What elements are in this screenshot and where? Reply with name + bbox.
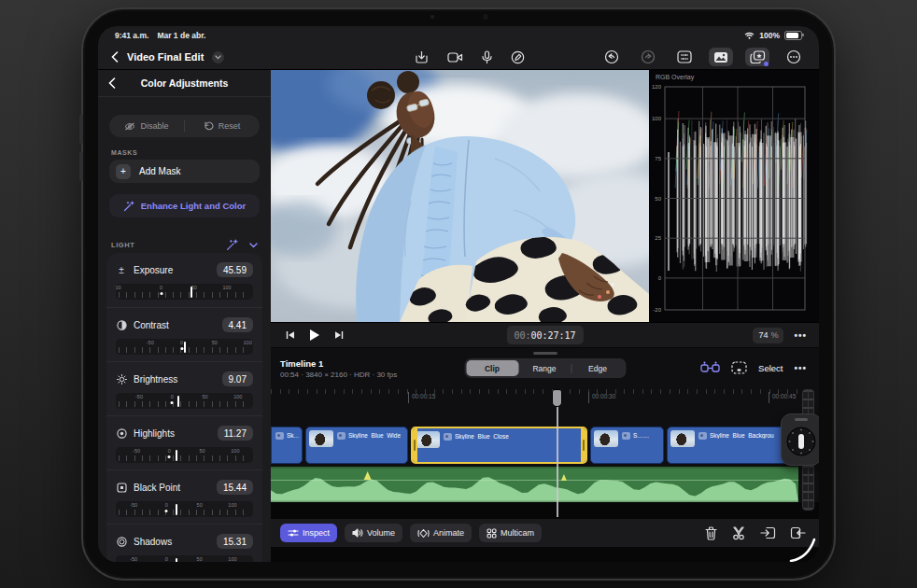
tick-label: 50: [212, 340, 218, 345]
clip-label: Skyline_Blue_Wide: [348, 432, 401, 439]
volume-button[interactable]: Volume: [345, 524, 402, 542]
add-mask-button[interactable]: + Add Mask: [109, 160, 260, 183]
slider-ruler[interactable]: -50050100: [116, 339, 253, 355]
panel-back-chevron-icon[interactable]: [108, 77, 116, 89]
more-icon[interactable]: [782, 48, 806, 66]
slider-ruler[interactable]: -50050100: [116, 555, 253, 562]
select-label[interactable]: Select: [758, 363, 783, 373]
slider-highlights[interactable]: Highlights 11.27 -50050100: [106, 415, 262, 469]
clip-media-icon: [622, 432, 630, 440]
contrast-icon: [116, 320, 127, 330]
slider-contrast[interactable]: Contrast 4.41 -50050100: [106, 307, 262, 361]
disable-button[interactable]: Disable: [109, 121, 184, 131]
slider-value[interactable]: 9.07: [222, 371, 253, 386]
camera-icon[interactable]: [447, 51, 463, 63]
ruler-timecode-label: 00:00:45: [769, 392, 796, 403]
skip-back-icon[interactable]: [286, 330, 295, 340]
timeline-area: Timeline 1 00:54 · 3840 × 2160 · HDR · 3…: [271, 348, 819, 562]
mode-tab-edge[interactable]: Edge: [571, 360, 624, 376]
slider-ruler[interactable]: -50050100: [116, 393, 253, 409]
timeline-more-icon[interactable]: •••: [794, 363, 807, 373]
skip-forward-icon[interactable]: [334, 330, 344, 340]
slider-value[interactable]: 11.27: [218, 426, 253, 441]
slider-brightness[interactable]: Brightness 9.07 -50050100: [106, 361, 262, 415]
enhance-light-color-button[interactable]: Enhance Light and Color: [109, 194, 260, 217]
scope-axis-label: 50: [655, 196, 661, 202]
back-chevron-icon[interactable]: [111, 51, 119, 63]
slider-exposure[interactable]: ± Exposure 45.59 -50050100: [106, 253, 262, 307]
tick-label: -50: [133, 448, 140, 454]
light-collapse-chevron-icon[interactable]: [249, 243, 258, 248]
tick-label: 0: [160, 285, 162, 290]
clip-thumbnail: [309, 430, 333, 447]
mode-tab-clip[interactable]: Clip: [466, 360, 518, 376]
clip-label: Sk……: [287, 432, 299, 439]
ruler-origin-dot: [160, 292, 162, 295]
viewer-zoom-control[interactable]: 74 %: [753, 328, 783, 343]
delete-icon[interactable]: [705, 526, 717, 540]
tick-label: -50: [116, 285, 120, 290]
magic-wand-icon: [123, 201, 134, 212]
import-icon[interactable]: [415, 50, 429, 64]
preview-frame-image: [271, 70, 649, 322]
animate-button[interactable]: Animate: [410, 524, 472, 542]
timeline-audio-track[interactable]: [271, 467, 798, 502]
timeline-ruler[interactable]: 00:00:1500:00:3000:00:45: [271, 389, 798, 408]
inspector-icon[interactable]: [672, 48, 697, 66]
jog-dial-icon[interactable]: [785, 426, 817, 457]
slider-name: Shadows: [134, 537, 172, 547]
slider-value[interactable]: 15.44: [217, 480, 253, 495]
playhead-handle[interactable]: [552, 389, 562, 407]
undo-icon[interactable]: [600, 48, 624, 66]
slider-shadows[interactable]: Shadows 15.31 -50050100: [106, 524, 262, 562]
blade-cut-icon[interactable]: [731, 526, 746, 540]
slider-ruler[interactable]: -50050100: [116, 447, 253, 463]
jog-wheel-panel[interactable]: [781, 413, 819, 466]
transport-bar: 00:00:27:17 74 % •••: [271, 322, 819, 348]
play-button-icon[interactable]: [309, 329, 320, 342]
select-mode-icon[interactable]: [731, 361, 747, 374]
ruler-value-line: [176, 504, 177, 515]
viewer-more-icon[interactable]: •••: [794, 330, 807, 341]
clip-thumbnail: [670, 430, 695, 447]
trim-handle-left[interactable]: [412, 428, 417, 462]
effects-icon[interactable]: [745, 48, 769, 66]
slider-value[interactable]: 15.31: [217, 534, 253, 549]
timeline-clip[interactable]: Skyline_Blue_Backgrou: [667, 427, 798, 464]
mic-icon[interactable]: [482, 50, 492, 64]
light-wand-icon[interactable]: [226, 239, 238, 251]
project-title[interactable]: Video Final Edit: [127, 51, 204, 63]
ruler-origin-dot: [168, 455, 171, 458]
timeline-clip[interactable]: S……: [590, 427, 664, 464]
timeline-clip-selected[interactable]: Skyline_Blue_Close: [411, 427, 587, 464]
timeline-drag-handle[interactable]: [533, 352, 557, 355]
tick-label: 50: [202, 394, 207, 399]
media-browser-icon[interactable]: [709, 48, 733, 66]
ruler-ticks: [119, 510, 250, 515]
slider-value[interactable]: 4.41: [222, 317, 253, 332]
magnetic-timeline-icon[interactable]: [700, 361, 720, 374]
timecode-display[interactable]: 00:00:27:17: [506, 326, 583, 344]
video-preview[interactable]: [271, 70, 649, 322]
trim-handle-right[interactable]: [581, 428, 586, 462]
project-menu-chevron-icon[interactable]: [212, 51, 224, 63]
clip-label: Skyline_Blue_Backgrou: [710, 432, 774, 439]
slider-ruler[interactable]: -50050100: [116, 284, 253, 300]
app-screen: 9:41 a.m. Mar 1 de abr. 100% Video Final…: [98, 26, 819, 562]
timeline-clip[interactable]: Sk……: [271, 427, 303, 464]
reset-button[interactable]: Reset: [185, 121, 260, 131]
mode-tab-range[interactable]: Range: [518, 360, 571, 376]
multicam-button[interactable]: Multicam: [479, 524, 542, 542]
tick-label: 0: [180, 340, 183, 345]
inspect-button[interactable]: Inspect: [280, 524, 337, 542]
slider-black-point[interactable]: Black Point 15.44 -50050100: [106, 469, 262, 524]
slider-value[interactable]: 45.59: [217, 262, 253, 277]
timeline-clip[interactable]: Skyline_Blue_Wide: [305, 427, 408, 464]
volume-button-down: [79, 151, 83, 181]
jog-panel-handle[interactable]: [795, 418, 808, 421]
slider-ruler[interactable]: -50050100: [116, 501, 253, 517]
tool-label: Animate: [433, 528, 464, 538]
insert-clip-icon[interactable]: [760, 526, 776, 539]
scope-axis-label: 120: [652, 84, 661, 90]
pencil-tool-icon[interactable]: [511, 50, 525, 64]
